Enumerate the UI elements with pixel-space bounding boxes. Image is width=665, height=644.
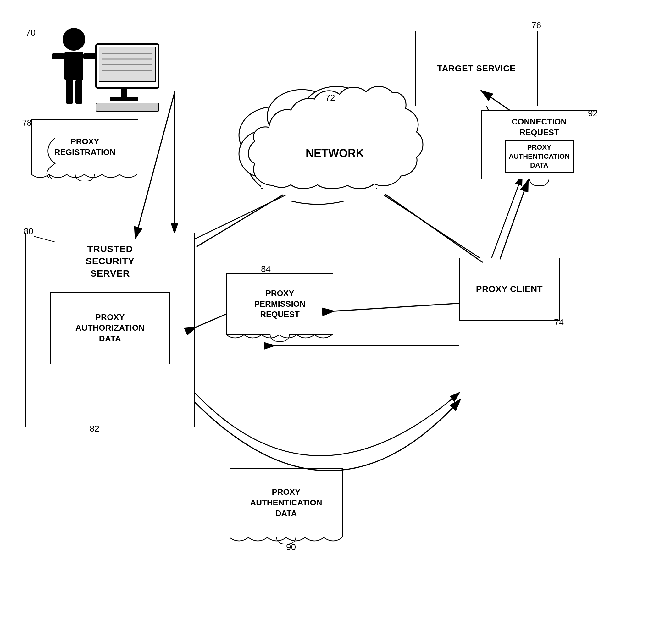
label-78: 78 [22, 118, 32, 128]
svg-rect-18 [75, 80, 82, 104]
svg-point-3 [239, 107, 308, 163]
proxy-registration-wave [32, 174, 138, 183]
svg-rect-25 [121, 88, 127, 97]
proxy-auth-data-inner-box: PROXYAUTHORIZATIONDATA [50, 292, 170, 364]
svg-point-7 [349, 122, 405, 173]
arrow-tss-to-proxyclient-bottom [195, 393, 459, 456]
svg-line-31 [196, 195, 283, 247]
label-80: 80 [24, 226, 33, 236]
proxy-auth-data-bottom-label: PROXYAUTHENTICATIONDATA [250, 487, 322, 519]
label-92: 92 [588, 109, 598, 118]
svg-rect-26 [110, 97, 138, 101]
arrow-network-to-proxyclient [384, 195, 484, 261]
svg-rect-27 [96, 103, 159, 111]
network-cloud-path: NETWORK 72 [248, 86, 423, 189]
proxy-client-box: PROXY CLIENT [459, 258, 560, 320]
label-76: 76 [531, 20, 541, 31]
connection-request-label: CONNECTIONREQUEST [505, 117, 573, 138]
svg-point-2 [245, 110, 390, 204]
label-82: 82 [90, 424, 99, 434]
svg-line-34 [500, 180, 528, 259]
svg-point-13 [63, 28, 85, 50]
network-cloud [239, 86, 405, 204]
proxy-permission-request-box: PROXYPERMISSIONREQUEST [226, 273, 333, 335]
proxy-permission-request-label: PROXYPERMISSIONREQUEST [254, 288, 305, 320]
proxy-registration-box: PROXYREGISTRATION [32, 119, 138, 174]
svg-line-35 [334, 303, 460, 311]
proxy-client-label: PROXY CLIENT [476, 284, 543, 295]
arrow-network-to-tss [195, 195, 286, 239]
label-70: 70 [26, 28, 36, 38]
proxy-auth-data-bottom-box: PROXYAUTHENTICATIONDATA [230, 468, 343, 538]
proxy-permission-wave [226, 335, 333, 344]
svg-rect-9 [261, 170, 377, 201]
target-service-box: TARGET SERVICE [415, 31, 538, 106]
network-num: 72 [325, 93, 335, 102]
svg-line-36 [196, 314, 226, 327]
svg-rect-16 [83, 54, 96, 59]
network-label: NETWORK [306, 147, 364, 160]
label-74: 74 [554, 317, 564, 328]
svg-rect-14 [64, 52, 83, 80]
proxy-auth-data-inner-label: PROXYAUTHORIZATIONDATA [75, 312, 145, 344]
label-90: 90 [286, 542, 296, 552]
diagram-container: NETWORK 72 70 [0, 0, 665, 644]
svg-line-32 [385, 194, 483, 262]
trusted-security-server-box: TRUSTEDSECURITYSERVER PROXYAUTHORIZATION… [25, 233, 195, 427]
arrow-proxyclient-to-connreq [491, 176, 522, 261]
svg-rect-11 [263, 132, 376, 192]
svg-point-4 [267, 90, 337, 143]
target-service-label: TARGET SERVICE [437, 63, 516, 74]
svg-rect-15 [52, 54, 64, 59]
user-person-icon [41, 25, 173, 118]
svg-point-8 [239, 131, 289, 178]
connection-request-box: CONNECTIONREQUEST PROXYAUTHENTICATIONDAT… [481, 110, 597, 179]
tss-label: TRUSTEDSECURITYSERVER [86, 242, 135, 279]
svg-rect-17 [66, 80, 73, 104]
svg-point-6 [330, 97, 399, 154]
conn-proxy-auth-label: PROXYAUTHENTICATIONDATA [505, 140, 573, 173]
proxy-registration-label: PROXYREGISTRATION [54, 136, 116, 158]
svg-point-5 [302, 86, 371, 140]
label-84: 84 [261, 264, 271, 274]
